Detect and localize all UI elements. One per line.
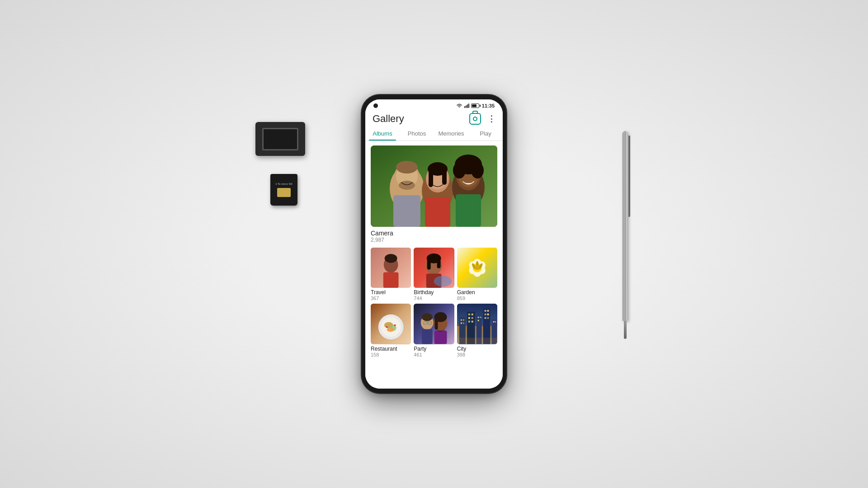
svg-rect-6: [393, 195, 420, 227]
svg-rect-65: [463, 319, 464, 321]
microsd-card: 1 To micro SD: [270, 174, 297, 206]
svg-rect-30: [437, 258, 441, 268]
tab-play[interactable]: Play: [468, 127, 503, 141]
svg-rect-56: [422, 329, 433, 344]
svg-point-49: [394, 324, 396, 326]
svg-rect-25: [383, 272, 399, 288]
svg-rect-13: [425, 197, 450, 227]
svg-rect-89: [457, 338, 497, 344]
header-icons: ⋮: [469, 113, 495, 125]
svg-rect-78: [477, 320, 479, 321]
stylus-tip: [624, 321, 627, 339]
svg-rect-67: [463, 323, 464, 324]
svg-rect-81: [487, 310, 489, 312]
gallery-content: Camera 2,987: [365, 141, 503, 389]
city-album-name: City: [457, 346, 497, 352]
microsd-label: 1 To micro SD: [275, 183, 292, 186]
svg-rect-83: [487, 314, 489, 315]
party-album-count: 461: [414, 352, 454, 357]
svg-point-52: [422, 313, 433, 321]
party-thumbnail: [414, 304, 454, 344]
svg-rect-72: [471, 317, 473, 319]
album-birthday[interactable]: Birthday 744: [414, 248, 454, 301]
svg-rect-82: [484, 314, 486, 315]
status-icons: 11:35: [456, 103, 495, 108]
svg-rect-69: [468, 314, 470, 315]
svg-rect-88: [495, 321, 496, 323]
city-album-count: 398: [457, 352, 497, 357]
album-party[interactable]: Party 461: [414, 304, 454, 357]
stylus-body: [623, 131, 628, 321]
front-camera: [373, 103, 378, 108]
svg-rect-85: [487, 317, 489, 319]
signal-icon: [464, 103, 469, 108]
svg-point-48: [386, 326, 388, 328]
camera-lens-icon: [473, 117, 477, 121]
svg-point-4: [396, 161, 418, 174]
svg-point-47: [387, 328, 394, 332]
svg-rect-60: [434, 331, 447, 344]
tab-photos[interactable]: Photos: [400, 127, 434, 141]
tabs-bar: Albums Photos Memories Play: [365, 127, 503, 141]
svg-rect-66: [461, 323, 462, 324]
svg-rect-59: [435, 317, 438, 330]
restaurant-thumbnail: [371, 304, 411, 344]
status-time: 11:35: [482, 103, 495, 108]
svg-rect-12: [442, 169, 447, 185]
svg-point-5: [399, 181, 415, 190]
scene: 1 To micro SD: [231, 41, 637, 447]
album-restaurant[interactable]: Restaurant 158: [371, 304, 411, 357]
svg-rect-73: [468, 321, 470, 323]
camera-album-count: 2,987: [371, 237, 497, 243]
svg-rect-50: [414, 304, 454, 344]
garden-album-name: Garden: [457, 289, 497, 296]
svg-rect-21: [456, 194, 481, 227]
svg-point-24: [385, 254, 397, 263]
album-travel[interactable]: Travel 367: [371, 248, 411, 301]
svg-rect-64: [461, 319, 462, 321]
stylus-clip: [628, 136, 630, 217]
app-title: Gallery: [373, 113, 404, 125]
featured-album-thumbnail: [371, 145, 497, 227]
svg-rect-29: [427, 258, 431, 270]
birthday-album-count: 744: [414, 296, 454, 301]
travel-thumbnail: [371, 248, 411, 288]
album-grid: Travel 367: [371, 248, 497, 357]
svg-rect-71: [468, 317, 470, 319]
party-album-name: Party: [414, 346, 454, 352]
travel-album-name: Travel: [371, 289, 411, 296]
stylus-pen: [622, 131, 628, 357]
svg-point-41: [475, 266, 479, 270]
svg-rect-76: [477, 317, 479, 318]
camera-album-image: [371, 145, 497, 227]
phone-screen: 11:35 Gallery ⋮ Albums Photos: [365, 99, 503, 389]
sim-tray: [255, 122, 305, 156]
svg-rect-70: [471, 314, 473, 315]
svg-point-20: [460, 157, 476, 168]
tab-memories[interactable]: Memories: [434, 127, 468, 141]
phone: 11:35 Gallery ⋮ Albums Photos: [362, 95, 506, 393]
travel-album-count: 367: [371, 296, 411, 301]
svg-rect-80: [484, 310, 486, 312]
wifi-icon: [456, 103, 462, 108]
svg-rect-74: [471, 321, 473, 323]
restaurant-album-name: Restaurant: [371, 346, 411, 352]
restaurant-album-count: 158: [371, 352, 411, 357]
svg-point-32: [434, 276, 452, 287]
sim-tray-inner: [262, 128, 298, 150]
more-options-button[interactable]: ⋮: [487, 114, 495, 124]
city-thumbnail: [457, 304, 497, 344]
album-city[interactable]: City 398: [457, 304, 497, 357]
svg-rect-77: [480, 317, 481, 318]
camera-button[interactable]: [469, 113, 481, 125]
album-garden[interactable]: Garden 859: [457, 248, 497, 301]
garden-thumbnail: [457, 248, 497, 288]
birthday-thumbnail: [414, 248, 454, 288]
tab-albums[interactable]: Albums: [365, 127, 400, 141]
birthday-album-name: Birthday: [414, 289, 454, 296]
microsd-chip: [277, 188, 291, 197]
svg-rect-87: [493, 321, 494, 323]
app-header: Gallery ⋮: [365, 110, 503, 127]
featured-album[interactable]: Camera 2,987: [371, 145, 497, 243]
status-bar: 11:35: [365, 99, 503, 110]
